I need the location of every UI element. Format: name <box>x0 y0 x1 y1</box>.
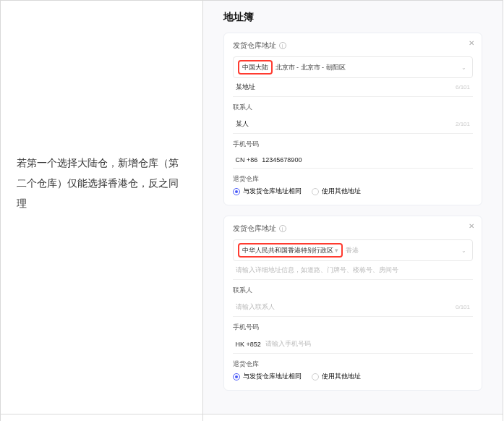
radio-dot-off <box>312 373 319 380</box>
return-label-2: 退货仓库 <box>233 360 473 369</box>
address-value-1: 某地址 <box>236 82 255 92</box>
contact-value-1: 某人 <box>236 119 249 129</box>
contact-placeholder-2: 请输入联系人 <box>236 302 275 312</box>
doc-table: 若第一个选择大陆仓，新增仓库（第二个仓库）仅能选择香港仓，反之同理 地址簿 ✕ … <box>0 0 503 421</box>
phone-input-1[interactable]: CN +86 12345678900 <box>233 152 473 169</box>
chevron-down-icon: ⌄ <box>461 64 466 71</box>
row-2: 中国仓的手机号码对应区号+86 香港仓的手机号码对应区号+852 <box>1 414 503 422</box>
radio-same-1[interactable]: 与发货仓库地址相同 <box>233 187 302 196</box>
radio-dot-on <box>233 373 240 380</box>
chevron-down-icon: ⌄ <box>461 247 466 254</box>
return-radio-group-1: 与发货仓库地址相同 使用其他地址 <box>233 187 473 196</box>
contact-label-2: 联系人 <box>233 286 473 295</box>
info-icon: i <box>279 42 286 49</box>
contact-input-1[interactable]: 某人 2/101 <box>233 115 473 134</box>
row2-left-text: 中国仓的手机号码对应区号+86 香港仓的手机号码对应区号+852 <box>1 414 202 421</box>
contact-input-2[interactable]: 请输入联系人 0/101 <box>233 298 473 317</box>
close-icon[interactable]: ✕ <box>469 222 474 230</box>
address-book-ui: 地址簿 ✕ 发货仓库地址 i 中国大陆 北京市 - 北京市 - 朝阳区 ⌄ <box>203 1 503 414</box>
radio-other-1[interactable]: 使用其他地址 <box>312 187 361 196</box>
region-select-1[interactable]: 中国大陆 北京市 - 北京市 - 朝阳区 ⌄ <box>233 56 473 78</box>
phone-input-2[interactable]: HK +852 请输入手机号码 <box>233 335 473 354</box>
row1-left-text: 若第一个选择大陆仓，新增仓库（第二个仓库）仅能选择香港仓，反之同理 <box>1 1 202 226</box>
close-icon[interactable]: ✕ <box>469 39 474 47</box>
panel2-head: 发货仓库地址 i <box>233 224 473 234</box>
panel2-title: 发货仓库地址 <box>233 224 276 234</box>
radio-dot-on <box>233 188 240 195</box>
panel1-title: 发货仓库地址 <box>233 41 276 51</box>
panel1-head: 发货仓库地址 i <box>233 41 473 51</box>
phone-prefix-2: HK +852 <box>236 341 261 348</box>
return-radio-group-2: 与发货仓库地址相同 使用其他地址 <box>233 372 473 381</box>
info-icon: i <box>279 225 286 232</box>
phone-value-1: 12345678900 <box>262 156 302 163</box>
phone-label-2: 手机号码 <box>233 323 473 332</box>
address-counter-1: 6/101 <box>456 84 470 90</box>
panel-1: ✕ 发货仓库地址 i 中国大陆 北京市 - 北京市 - 朝阳区 ⌄ 某地址 <box>223 33 482 205</box>
region-rest-2: 香港 <box>346 246 359 255</box>
region-highlight-2: 中华人民共和国香港特别行政区 ▾ <box>238 243 343 258</box>
page-title: 地址簿 <box>223 11 482 24</box>
phone-prefix-1: CN +86 <box>236 156 258 163</box>
row2-left-cell: 中国仓的手机号码对应区号+86 香港仓的手机号码对应区号+852 <box>1 414 203 422</box>
radio-same-2[interactable]: 与发货仓库地址相同 <box>233 372 302 381</box>
region-highlight-1: 中国大陆 <box>238 60 273 75</box>
contact-counter-2: 0/101 <box>456 304 470 310</box>
contact-counter-1: 2/101 <box>456 121 470 127</box>
address-input-2[interactable]: 请输入详细地址信息，如道路、门牌号、楼栋号、房间号 <box>233 261 473 280</box>
row1-right-cell: 地址簿 ✕ 发货仓库地址 i 中国大陆 北京市 - 北京市 - 朝阳区 ⌄ <box>202 1 503 414</box>
row-1: 若第一个选择大陆仓，新增仓库（第二个仓库）仅能选择香港仓，反之同理 地址簿 ✕ … <box>1 1 503 414</box>
radio-other-2[interactable]: 使用其他地址 <box>312 372 361 381</box>
region-rest-1: 北京市 - 北京市 - 朝阳区 <box>276 63 346 72</box>
address-input-1[interactable]: 某地址 6/101 <box>233 78 473 97</box>
address-placeholder-2: 请输入详细地址信息，如道路、门牌号、楼栋号、房间号 <box>236 265 398 275</box>
row2-right-cell <box>202 414 503 422</box>
contact-label-1: 联系人 <box>233 103 473 112</box>
region-select-2[interactable]: 中华人民共和国香港特别行政区 ▾ 香港 ⌄ <box>233 239 473 261</box>
row1-left-cell: 若第一个选择大陆仓，新增仓库（第二个仓库）仅能选择香港仓，反之同理 <box>1 1 203 414</box>
return-label-1: 退货仓库 <box>233 174 473 184</box>
panel-2: ✕ 发货仓库地址 i 中华人民共和国香港特别行政区 ▾ 香港 ⌄ 请输入详细地址… <box>223 216 482 391</box>
phone-label-1: 手机号码 <box>233 140 473 149</box>
radio-dot-off <box>312 188 319 195</box>
phone-placeholder-2: 请输入手机号码 <box>265 339 311 349</box>
